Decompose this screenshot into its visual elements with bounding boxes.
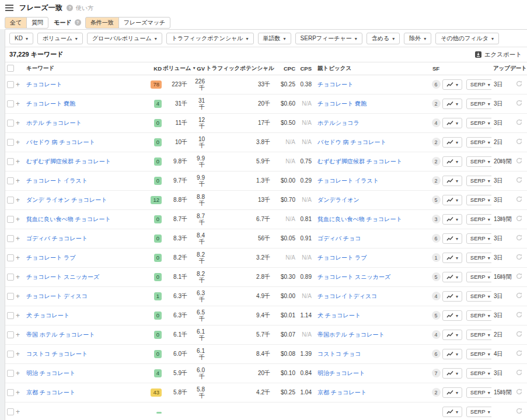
refresh-icon[interactable] (516, 177, 522, 183)
trend-chart-button[interactable] (442, 272, 462, 282)
serp-button[interactable]: SERP (466, 368, 491, 379)
filter-button-含める[interactable]: 含める (367, 33, 400, 44)
parent-topic-link[interactable]: 犬 チョコレート (317, 312, 361, 318)
serp-button[interactable]: SERP (466, 407, 491, 417)
keyword-link[interactable]: チョコレート イラスト (26, 177, 88, 184)
serp-button[interactable]: SERP (466, 79, 491, 90)
keyword-link[interactable]: 京都 チョコレート (26, 389, 75, 396)
add-to-list-icon[interactable]: + (16, 80, 20, 89)
col-header-volume[interactable]: ボリューム (163, 62, 189, 75)
col-header-kd[interactable]: KD (144, 62, 163, 75)
serp-button[interactable]: SERP (466, 291, 491, 302)
keyword-link[interactable]: 貧血に良い食べ物 チョコレート (26, 216, 111, 222)
help-icon[interactable]: ? (67, 5, 73, 11)
trend-chart-button[interactable] (442, 214, 462, 225)
refresh-icon[interactable] (516, 215, 522, 222)
row-checkbox[interactable] (7, 100, 14, 107)
add-to-list-icon[interactable]: + (16, 350, 20, 358)
refresh-icon[interactable] (516, 350, 522, 356)
row-checkbox[interactable] (7, 274, 14, 281)
col-header-cpc[interactable]: CPC (271, 62, 296, 75)
parent-topic-link[interactable]: チョコレート 嚢胞 (317, 100, 367, 107)
parent-topic-link[interactable]: 明治チョコレート (317, 370, 365, 376)
refresh-icon[interactable] (516, 369, 522, 376)
keyword-link[interactable]: コストコ チョコレート (26, 351, 88, 357)
parent-topic-link[interactable]: チョコレート (317, 81, 353, 88)
keyword-link[interactable]: 犬 チョコレート (26, 312, 69, 318)
row-checkbox[interactable] (7, 331, 14, 338)
serp-button[interactable]: SERP (466, 195, 491, 205)
trend-chart-button[interactable] (442, 349, 462, 359)
add-to-list-icon[interactable]: + (16, 273, 20, 281)
row-checkbox[interactable] (7, 254, 14, 261)
trend-chart-button[interactable] (442, 176, 462, 186)
add-to-list-icon[interactable]: + (16, 388, 20, 397)
keyword-link[interactable]: ゴディバ チョコレート (26, 235, 88, 242)
tab-terms-match[interactable]: 条件一致 (85, 17, 119, 29)
refresh-icon[interactable] (516, 235, 522, 241)
hamburger-menu-icon[interactable] (5, 5, 13, 11)
refresh-icon[interactable] (516, 408, 522, 414)
parent-topic-link[interactable]: 帝国ホテル チョコレート (317, 331, 385, 338)
row-checkbox[interactable] (7, 216, 14, 223)
filter-button-その他のフィルタ[interactable]: その他のフィルタ (435, 33, 499, 44)
filter-button-ボリューム[interactable]: ボリューム (37, 33, 83, 44)
serp-button[interactable]: SERP (466, 387, 491, 398)
serp-button[interactable]: SERP (466, 330, 491, 340)
row-checkbox[interactable] (7, 235, 14, 242)
serp-button[interactable]: SERP (466, 272, 491, 282)
keyword-link[interactable]: チョコレート ラブ (26, 254, 75, 261)
row-checkbox[interactable] (7, 389, 14, 396)
trend-chart-button[interactable] (442, 330, 462, 340)
trend-chart-button[interactable] (442, 253, 462, 263)
col-header-update[interactable]: アップデート (491, 62, 527, 75)
add-to-list-icon[interactable]: + (16, 215, 20, 223)
col-header-gv[interactable]: GV (189, 62, 206, 75)
keyword-link[interactable]: 帝国 ホテル チョコレート (26, 331, 95, 338)
row-checkbox[interactable] (7, 408, 14, 415)
filter-button-KD[interactable]: KD (9, 33, 33, 44)
row-checkbox[interactable] (7, 177, 14, 184)
filter-button-単語数[interactable]: 単語数 (258, 33, 291, 44)
add-to-list-icon[interactable]: + (16, 138, 20, 146)
parent-topic-link[interactable]: チョコレート スニッカーズ (317, 274, 390, 280)
serp-button[interactable]: SERP (466, 233, 491, 244)
trend-chart-button[interactable] (442, 233, 462, 244)
parent-topic-link[interactable]: むずむず脚症候群 チョコレート (317, 158, 402, 164)
add-to-list-icon[interactable]: + (16, 312, 20, 320)
tab-questions[interactable]: 質問 (26, 17, 48, 29)
trend-chart-button[interactable] (442, 137, 462, 148)
add-to-list-icon[interactable]: + (16, 119, 20, 127)
add-to-list-icon[interactable]: + (16, 235, 20, 243)
row-checkbox[interactable] (7, 351, 14, 358)
serp-button[interactable]: SERP (466, 99, 491, 109)
refresh-icon[interactable] (516, 119, 522, 125)
serp-button[interactable]: SERP (466, 253, 491, 263)
select-all-checkbox[interactable] (7, 65, 14, 72)
keyword-link[interactable]: ダンデ ライオン チョコレート (26, 197, 107, 203)
serp-button[interactable]: SERP (466, 156, 491, 167)
trend-chart-button[interactable] (442, 195, 462, 205)
add-to-list-icon[interactable]: + (16, 196, 20, 204)
parent-topic-link[interactable]: チョコレート イラスト (317, 177, 379, 184)
keyword-link[interactable]: チョコレート (26, 81, 62, 88)
row-checkbox[interactable] (7, 312, 14, 319)
filter-button-除外[interactable]: 除外 (404, 33, 431, 44)
refresh-icon[interactable] (516, 273, 522, 279)
col-header-sf[interactable]: SF (430, 62, 442, 75)
keyword-link[interactable]: ホテル チョコレート (26, 120, 82, 126)
refresh-icon[interactable] (516, 312, 522, 318)
refresh-icon[interactable] (516, 80, 522, 87)
add-to-list-icon[interactable]: + (16, 254, 20, 262)
keyword-link[interactable]: チョコレート ディスコ (26, 293, 88, 299)
add-to-list-icon[interactable]: + (16, 292, 20, 300)
keyword-link[interactable]: チョコレート スニッカーズ (26, 274, 99, 280)
refresh-icon[interactable] (516, 388, 522, 395)
trend-chart-button[interactable] (442, 291, 462, 302)
parent-topic-link[interactable]: バセドウ 病 チョコレート (317, 139, 386, 145)
row-checkbox[interactable] (7, 158, 14, 165)
trend-chart-button[interactable] (442, 407, 462, 417)
row-checkbox[interactable] (7, 293, 14, 300)
row-checkbox[interactable] (7, 120, 14, 127)
trend-chart-button[interactable] (442, 310, 462, 321)
